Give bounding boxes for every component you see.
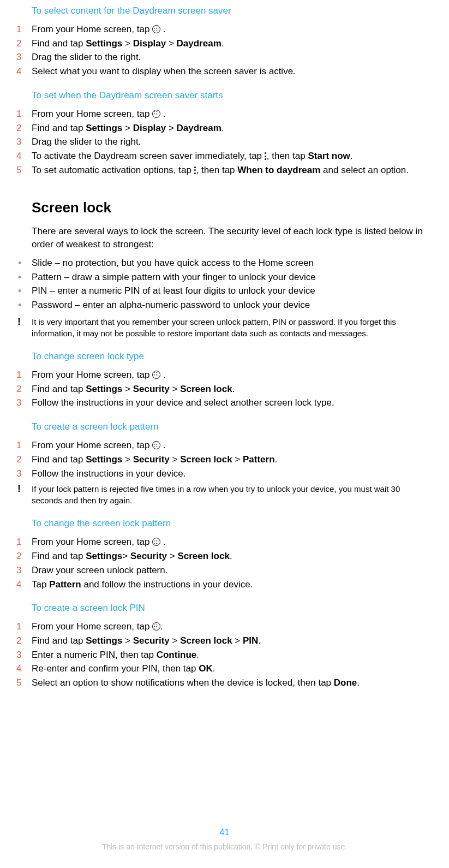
bold-text: Settings bbox=[86, 454, 122, 465]
bullet-item: Pattern – draw a simple pattern with you… bbox=[16, 271, 433, 284]
bold-text: Screen lock bbox=[180, 635, 232, 646]
bold-text: Settings bbox=[86, 123, 122, 133]
steps-create-pattern: From your Home screen, tap .Find and tap… bbox=[16, 439, 433, 480]
step-item: From your Home screen, tap . bbox=[16, 368, 433, 382]
subheading-daydream-starts: To set when the Daydream screen saver st… bbox=[32, 89, 433, 102]
apps-icon bbox=[152, 25, 160, 33]
step-item: From your Home screen, tap . bbox=[16, 108, 433, 121]
step-item: Find and tap Settings > Security > Scree… bbox=[16, 383, 433, 396]
subheading-create-pattern: To create a screen lock pattern bbox=[32, 420, 433, 433]
bold-text: PIN bbox=[243, 635, 258, 646]
apps-icon bbox=[152, 441, 160, 449]
steps-create-pin: From your Home screen, tap .Find and tap… bbox=[16, 620, 433, 689]
subheading-change-lock-type: To change screen lock type bbox=[32, 350, 433, 363]
bold-text: Daydream bbox=[177, 38, 221, 49]
subheading-create-pin: To create a screen lock PIN bbox=[32, 602, 433, 615]
step-item: To activate the Daydream screen saver im… bbox=[16, 150, 433, 163]
step-item: Find and tap Settings > Display > Daydre… bbox=[16, 122, 433, 135]
more-icon bbox=[265, 152, 267, 160]
bold-text: Pattern bbox=[243, 454, 275, 465]
step-item: Draw your screen unlock pattern. bbox=[16, 564, 433, 577]
warning-create-pattern: ! If your lock pattern is rejected five … bbox=[16, 483, 433, 506]
bold-text: Settings bbox=[86, 635, 122, 646]
steps-change-lock-type: From your Home screen, tap .Find and tap… bbox=[16, 368, 433, 409]
bold-text: Screen lock bbox=[180, 384, 232, 394]
step-item: Drag the slider to the right. bbox=[16, 135, 433, 148]
step-item: Follow the instructions in your device. bbox=[16, 467, 433, 480]
step-item: Follow the instructions in your device a… bbox=[16, 396, 433, 409]
step-item: Select what you want to display when the… bbox=[16, 65, 433, 78]
page-number: 41 bbox=[0, 827, 449, 839]
intro-screen-lock: There are several ways to lock the scree… bbox=[32, 225, 433, 251]
steps-daydream-content: From your Home screen, tap .Find and tap… bbox=[16, 23, 433, 78]
warning-text: If your lock pattern is rejected five ti… bbox=[32, 484, 400, 505]
step-item: From your Home screen, tap . bbox=[16, 536, 433, 549]
bold-text: When to daydream bbox=[237, 165, 320, 175]
more-icon bbox=[194, 167, 196, 174]
bullets-screen-lock: Slide – no protection, but you have quic… bbox=[16, 257, 433, 312]
bold-text: Pattern bbox=[49, 579, 81, 590]
step-item: Find and tap Settings > Security > Scree… bbox=[16, 453, 433, 466]
bold-text: Start now bbox=[308, 151, 350, 161]
bullet-item: PIN – enter a numeric PIN of at least fo… bbox=[16, 284, 433, 298]
bold-text: Screen lock bbox=[177, 551, 229, 561]
step-item: From your Home screen, tap . bbox=[16, 620, 433, 633]
bullet-item: Slide – no protection, but you have quic… bbox=[16, 257, 433, 270]
apps-icon bbox=[152, 110, 160, 118]
warning-icon: ! bbox=[17, 482, 21, 496]
apps-icon bbox=[152, 371, 160, 379]
bullet-item: Password – enter an alpha-numeric passwo… bbox=[16, 299, 433, 312]
section-title-screen-lock: Screen lock bbox=[32, 198, 433, 217]
warning-text: It is very important that you remember y… bbox=[32, 317, 396, 338]
step-item: Find and tap Settings> Security > Screen… bbox=[16, 550, 433, 563]
apps-icon bbox=[152, 538, 160, 546]
bold-text: Settings bbox=[86, 551, 122, 561]
step-item: Find and tap Settings > Security > Scree… bbox=[16, 634, 433, 647]
step-item: Find and tap Settings > Display > Daydre… bbox=[16, 37, 433, 50]
footer-text: This is an Internet version of this publ… bbox=[0, 842, 449, 853]
step-item: Tap Pattern and follow the instructions … bbox=[16, 578, 433, 591]
step-item: From your Home screen, tap . bbox=[16, 439, 433, 452]
step-item: Enter a numeric PIN, then tap Continue. bbox=[16, 649, 433, 662]
step-item: To set automatic activation options, tap… bbox=[16, 164, 433, 177]
bold-text: Screen lock bbox=[180, 454, 232, 465]
bold-text: Daydream bbox=[177, 123, 221, 133]
step-item: Re-enter and confirm your PIN, then tap … bbox=[16, 662, 433, 675]
bold-text: Display bbox=[133, 123, 166, 133]
bold-text: Done bbox=[334, 677, 357, 688]
subheading-change-pattern: To change the screen lock pattern bbox=[32, 517, 433, 530]
bold-text: Continue bbox=[157, 650, 197, 660]
bold-text: OK bbox=[199, 663, 213, 674]
bold-text: Security bbox=[133, 384, 170, 394]
steps-daydream-starts: From your Home screen, tap .Find and tap… bbox=[16, 108, 433, 177]
bold-text: Settings bbox=[86, 38, 122, 49]
step-item: Drag the slider to the right. bbox=[16, 51, 433, 64]
subheading-daydream-content: To select content for the Daydream scree… bbox=[32, 4, 433, 17]
step-item: Select an option to show notifications w… bbox=[16, 676, 433, 689]
bold-text: Security bbox=[133, 635, 170, 646]
bold-text: Display bbox=[133, 38, 166, 49]
steps-change-pattern: From your Home screen, tap .Find and tap… bbox=[16, 536, 433, 591]
bold-text: Security bbox=[130, 551, 167, 561]
apps-icon bbox=[152, 622, 160, 631]
step-item: From your Home screen, tap . bbox=[16, 23, 433, 36]
bold-text: Security bbox=[133, 454, 170, 465]
bold-text: Settings bbox=[86, 384, 122, 394]
warning-screen-lock: ! It is very important that you remember… bbox=[16, 316, 433, 339]
warning-icon: ! bbox=[17, 315, 21, 329]
page-content: To select content for the Daydream scree… bbox=[16, 0, 433, 689]
